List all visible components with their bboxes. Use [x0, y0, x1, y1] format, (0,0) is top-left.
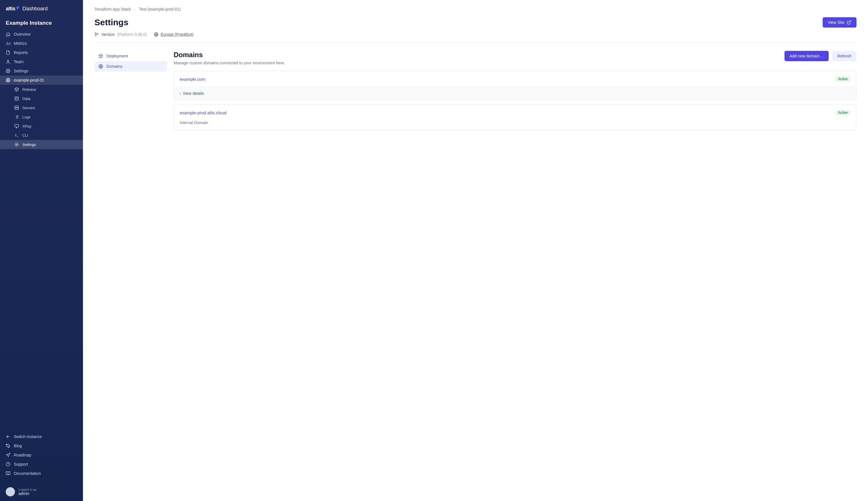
- subnav-item-label: Release: [22, 87, 36, 92]
- terminal-icon: [14, 133, 19, 138]
- monitor-icon: [14, 124, 19, 128]
- subnav-item-label: Servers: [22, 106, 35, 110]
- subnav-item-cli[interactable]: CLI: [0, 131, 83, 140]
- arrow-left-icon: [6, 434, 10, 439]
- svg-point-0: [7, 60, 9, 62]
- sidebar-item-roadmap[interactable]: Roadmap: [0, 450, 83, 460]
- subnav-item-settings[interactable]: Settings: [0, 140, 83, 149]
- globe-icon: [154, 32, 158, 37]
- region-label: Europe (Frankfurt): [161, 32, 194, 37]
- subnav-item-logs[interactable]: Logs: [0, 112, 83, 121]
- sidebar-item-support[interactable]: Support: [0, 460, 83, 469]
- gear-icon: [14, 142, 19, 147]
- domain-card: example.com Active › View details: [174, 71, 857, 100]
- sidebar-item-settings[interactable]: Settings: [0, 66, 83, 76]
- page-header: Settings View Site: [95, 17, 857, 28]
- user-block[interactable]: Logged in as admin: [0, 483, 83, 501]
- domain-link[interactable]: example.com: [180, 77, 205, 82]
- domain-card-head: example-prod.altis.cloud Active: [174, 105, 856, 120]
- svg-rect-6: [15, 124, 18, 127]
- domain-card: example-prod.altis.cloud Active Internal…: [174, 105, 857, 130]
- status-badge: Active: [835, 110, 850, 115]
- panel-actions: Add new domain… Refresh: [784, 51, 857, 61]
- globe-icon: [98, 64, 103, 69]
- sidebar-item-label: Roadmap: [14, 453, 31, 457]
- svg-point-3: [15, 97, 18, 98]
- meta-row: Version (Platform 3.38.0) Europe (Frankf…: [95, 32, 857, 43]
- package-icon: [98, 54, 103, 58]
- tab-label: Domains: [107, 64, 122, 69]
- sidebar-header: altis ◤ Dashboard: [0, 6, 83, 18]
- sidebar-item-switch-instance[interactable]: Switch Instance: [0, 432, 83, 441]
- avatar: [6, 487, 15, 497]
- status-badge: Active: [835, 76, 850, 82]
- sidebar-item-label: Metrics: [14, 41, 27, 46]
- refresh-button[interactable]: Refresh: [832, 51, 857, 61]
- region-meta[interactable]: Europe (Frankfurt): [154, 32, 194, 37]
- subnav-item-release[interactable]: Release: [0, 85, 83, 94]
- user-icon: [6, 60, 10, 64]
- sidebar-item-documentation[interactable]: Documentation: [0, 469, 83, 478]
- chart-icon: [6, 41, 10, 46]
- chevron-right-icon: ›: [134, 7, 136, 11]
- view-site-button[interactable]: View Site: [823, 17, 857, 28]
- external-link-icon: [847, 20, 851, 25]
- subnav-item-label: Data: [22, 97, 30, 101]
- instance-name: Example Instance: [0, 18, 83, 30]
- svg-point-1: [8, 71, 9, 72]
- primary-nav: Overview Metrics Reports Team Settings e…: [0, 30, 83, 85]
- brand-logo[interactable]: altis ◤: [6, 6, 20, 12]
- book-icon: [6, 471, 10, 476]
- page-title: Settings: [95, 18, 128, 27]
- home-icon: [6, 32, 10, 36]
- version-label: Version: [101, 32, 115, 37]
- version-value: (Platform 3.38.0): [117, 32, 147, 37]
- sidebar-item-reports[interactable]: Reports: [0, 48, 83, 57]
- panel-title: Domains: [174, 51, 285, 59]
- sidebar-item-label: Blog: [14, 444, 22, 448]
- sidebar-item-team[interactable]: Team: [0, 57, 83, 66]
- document-icon: [6, 50, 10, 55]
- sidebar-item-environment[interactable]: example-prod-01: [0, 76, 83, 85]
- sidebar-item-label: Switch Instance: [14, 434, 42, 439]
- breadcrumb-item[interactable]: Test (example-prod-01): [139, 7, 181, 11]
- subnav-item-label: Logs: [22, 115, 31, 119]
- user-name: admin: [18, 491, 36, 496]
- breadcrumb-item[interactable]: Terraform App Stack: [95, 7, 131, 11]
- tab-label: Deployment: [107, 54, 128, 58]
- environment-subnav: Release Data Servers Logs XRay CLI Setti…: [0, 85, 83, 149]
- sidebar-item-label: Documentation: [14, 471, 41, 476]
- settings-tabs: Deployment Domains: [95, 51, 167, 135]
- logo-mark-icon: ◤: [16, 5, 20, 10]
- add-domain-button[interactable]: Add new domain…: [784, 51, 829, 61]
- globe-icon: [6, 78, 10, 83]
- server-icon: [14, 105, 19, 110]
- subnav-item-label: Settings: [22, 142, 36, 147]
- sidebar-item-blog[interactable]: Blog: [0, 441, 83, 450]
- breadcrumb: Terraform App Stack › Test (example-prod…: [95, 7, 857, 11]
- product-label: Dashboard: [22, 6, 48, 12]
- sidebar-item-metrics[interactable]: Metrics: [0, 39, 83, 48]
- domain-link[interactable]: example-prod.altis.cloud: [180, 110, 227, 115]
- tab-deployment[interactable]: Deployment: [95, 51, 167, 61]
- tab-domains[interactable]: Domains: [95, 61, 167, 72]
- sidebar-item-overview[interactable]: Overview: [0, 30, 83, 39]
- main-content: Terraform App Stack › Test (example-prod…: [83, 0, 868, 501]
- subnav-item-data[interactable]: Data: [0, 94, 83, 103]
- domain-card-head: example.com Active: [174, 71, 856, 87]
- sidebar-item-label: Support: [14, 462, 28, 467]
- sidebar-item-label: Reports: [14, 50, 28, 55]
- view-details-toggle[interactable]: › View details: [174, 87, 856, 100]
- domains-panel: Domains Manage custom domains connected …: [174, 51, 857, 135]
- svg-rect-5: [15, 108, 18, 109]
- subnav-item-label: XRay: [22, 124, 32, 128]
- svg-point-7: [16, 144, 17, 145]
- domain-subtitle: Internal Domain: [174, 120, 856, 130]
- version-meta: Version (Platform 3.38.0): [95, 32, 147, 37]
- database-icon: [14, 96, 19, 101]
- subnav-item-xray[interactable]: XRay: [0, 121, 83, 131]
- toggle-label: View details: [183, 91, 204, 96]
- sidebar: altis ◤ Dashboard Example Instance Overv…: [0, 0, 83, 501]
- subnav-item-servers[interactable]: Servers: [0, 103, 83, 112]
- help-icon: [6, 462, 10, 467]
